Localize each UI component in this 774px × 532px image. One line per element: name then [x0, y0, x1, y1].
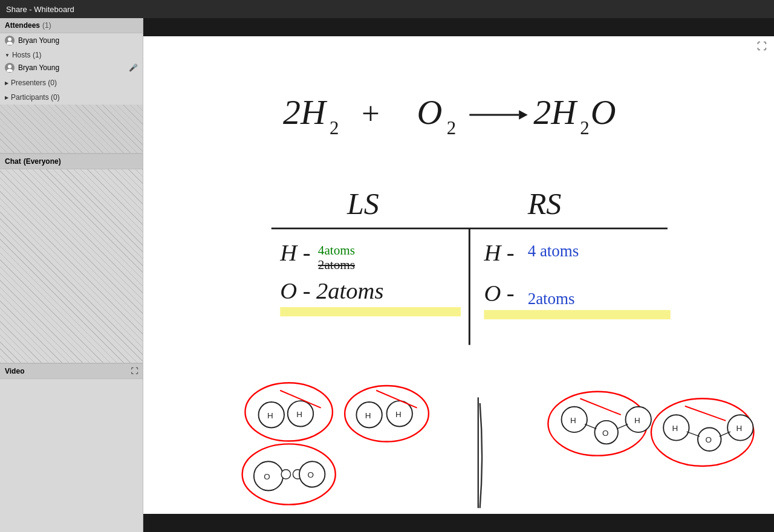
svg-text:H: H: [634, 416, 640, 425]
svg-point-1: [7, 42, 13, 45]
hosts-triangle-icon: ▼: [5, 53, 10, 58]
svg-text:LS: LS: [346, 187, 379, 221]
host-avatar: [5, 63, 15, 73]
participants-header[interactable]: ▶ Participants (0): [0, 91, 143, 103]
top-attendee-row: Bryan Young: [0, 33, 143, 48]
attendees-empty-area: [0, 105, 143, 153]
svg-text:H: H: [737, 424, 743, 433]
main-layout: Attendees (1) Bryan Young ▼ Hosts (1): [0, 18, 774, 532]
svg-text:H -: H -: [279, 240, 310, 265]
hosts-header[interactable]: ▼ Hosts (1): [0, 49, 143, 61]
host-name: Bryan Young: [18, 63, 125, 72]
svg-text:O: O: [417, 92, 443, 132]
participants-label: Participants (0): [11, 93, 60, 102]
svg-text:H: H: [672, 424, 678, 433]
svg-text:H: H: [267, 411, 273, 420]
top-bar: Share - Whiteboard: [0, 0, 774, 18]
mic-icon: 🎤: [129, 63, 138, 72]
svg-text:H: H: [296, 410, 302, 419]
svg-rect-27: [484, 310, 670, 319]
svg-text:H: H: [570, 416, 576, 425]
attendees-section: Attendees (1) Bryan Young ▼ Hosts (1): [0, 18, 143, 154]
whiteboard-svg: 2H 2 + O 2 2H 2 O LS RS: [143, 36, 774, 514]
svg-point-3: [7, 69, 13, 72]
presenters-subsection: ▶ Presenters (0): [0, 76, 143, 90]
svg-text:O: O: [602, 429, 608, 438]
presenters-triangle-icon: ▶: [5, 80, 8, 86]
whiteboard-area: ⛶ 2H 2 + O 2 2H 2 O L: [143, 18, 774, 532]
svg-line-67: [685, 406, 726, 421]
svg-point-2: [8, 65, 11, 68]
svg-text:O: O: [307, 470, 313, 479]
video-expand-icon[interactable]: ⛶: [131, 367, 138, 375]
presenters-label: Presenters (0): [11, 79, 57, 87]
svg-point-43: [281, 470, 290, 479]
svg-text:+: +: [362, 96, 380, 131]
svg-text:4atoms: 4atoms: [318, 243, 355, 258]
svg-marker-10: [519, 110, 527, 119]
svg-line-65: [687, 432, 700, 436]
video-label: Video: [5, 367, 24, 375]
svg-text:2atoms: 2atoms: [318, 258, 355, 272]
wb-fullscreen-button[interactable]: ⛶: [757, 41, 769, 53]
svg-text:4 atoms: 4 atoms: [528, 242, 579, 260]
wb-top-bar: [143, 18, 774, 36]
attendees-header: Attendees (1): [0, 18, 143, 33]
svg-line-55: [585, 424, 596, 429]
chat-header: Chat (Everyone): [0, 154, 143, 169]
chat-body: [0, 169, 143, 363]
svg-text:2: 2: [580, 118, 589, 138]
left-panel: Attendees (1) Bryan Young ▼ Hosts (1): [0, 18, 143, 532]
svg-text:H -: H -: [483, 240, 514, 265]
attendees-count: (1): [42, 21, 51, 30]
svg-rect-22: [280, 307, 461, 316]
hosts-subsection: ▼ Hosts (1) Bryan Young 🎤: [0, 48, 143, 76]
top-attendee-avatar: [5, 36, 15, 45]
svg-line-57: [580, 398, 620, 415]
svg-text:H: H: [395, 410, 402, 419]
participants-triangle-icon: ▶: [5, 95, 8, 100]
attendees-label: Attendees: [5, 21, 40, 30]
svg-text:2: 2: [447, 118, 456, 138]
top-attendee-name: Bryan Young: [18, 36, 138, 45]
chat-scope: (Everyone): [24, 157, 61, 166]
svg-text:H: H: [365, 411, 371, 420]
svg-text:O: O: [706, 435, 712, 444]
chat-section: Chat (Everyone): [0, 154, 143, 363]
wb-canvas: ⛶ 2H 2 + O 2 2H 2 O L: [143, 36, 774, 514]
svg-text:RS: RS: [527, 187, 562, 221]
svg-text:2atoms: 2atoms: [528, 290, 575, 308]
svg-text:O: O: [591, 92, 616, 132]
svg-text:O - 2atoms: O - 2atoms: [280, 278, 383, 303]
svg-point-0: [8, 37, 11, 41]
participants-subsection: ▶ Participants (0): [0, 90, 143, 105]
presenters-header[interactable]: ▶ Presenters (0): [0, 77, 143, 89]
video-header: Video ⛶: [0, 363, 143, 379]
svg-text:2H: 2H: [533, 92, 578, 132]
svg-text:O -: O -: [484, 281, 514, 306]
svg-text:O: O: [264, 472, 270, 481]
hosts-label: Hosts (1): [12, 51, 42, 59]
svg-text:2: 2: [330, 118, 339, 138]
wb-bottom-bar: [143, 514, 774, 532]
svg-text:2H: 2H: [283, 92, 328, 132]
window-title: Share - Whiteboard: [6, 5, 74, 14]
video-section: Video ⛶: [0, 363, 143, 379]
host-row: Bryan Young 🎤: [0, 61, 143, 74]
chat-label: Chat: [5, 157, 21, 166]
svg-line-56: [617, 424, 628, 429]
